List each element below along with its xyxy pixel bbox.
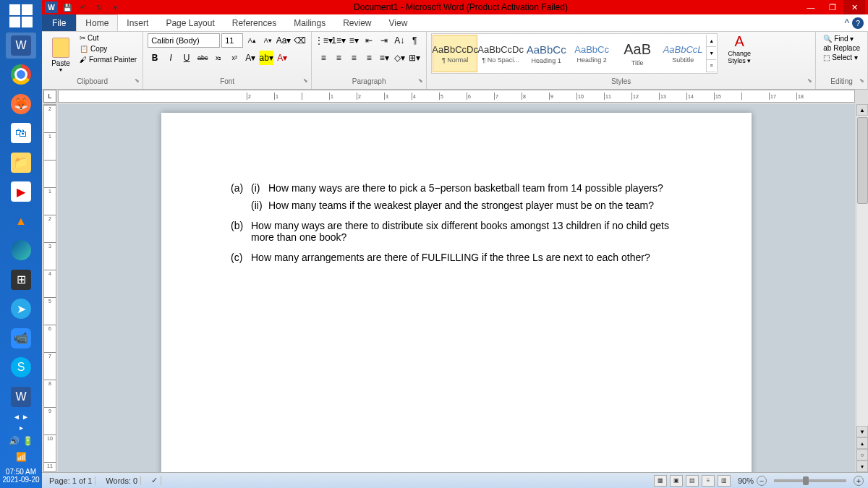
taskbar-edge[interactable] <box>6 237 36 264</box>
taskbar-skype[interactable]: S <box>6 354 36 381</box>
format-painter-button[interactable]: 🖌Format Painter <box>78 55 138 64</box>
tab-file[interactable]: File <box>42 14 76 31</box>
underline-button[interactable]: U <box>179 51 194 65</box>
taskbar-app1[interactable]: ⊞ <box>6 267 36 294</box>
text-b[interactable]: How many ways are there to distribute si… <box>251 220 682 243</box>
browse-object-button[interactable]: ○ <box>856 449 868 461</box>
tab-mailings[interactable]: Mailings <box>285 14 334 31</box>
scroll-thumb[interactable] <box>857 117 868 204</box>
tray-date[interactable]: 2021-09-20 <box>1 476 41 484</box>
view-web-layout[interactable]: ▤ <box>686 475 699 487</box>
next-page-button[interactable]: ▾ <box>856 461 868 472</box>
taskbar-video[interactable]: ▶ <box>6 179 36 205</box>
tab-references[interactable]: References <box>224 14 285 31</box>
decrease-indent-button[interactable]: ⇤ <box>362 33 376 48</box>
zoom-level[interactable]: 90% <box>738 476 754 485</box>
italic-button[interactable]: I <box>163 51 178 65</box>
minimize-button[interactable]: — <box>800 0 822 14</box>
document-scroll[interactable]: (a) (i) How many ways are there to pick … <box>58 104 855 472</box>
align-center-button[interactable]: ≡ <box>331 51 346 65</box>
taskbar-firefox[interactable]: 🦊 <box>6 91 36 118</box>
taskbar-zoom[interactable]: 📹 <box>6 325 36 352</box>
zoom-slider[interactable] <box>774 479 846 482</box>
view-print-layout[interactable]: ▦ <box>654 475 667 487</box>
copy-button[interactable]: 📋Copy <box>78 44 138 53</box>
taskbar-chrome[interactable] <box>6 61 36 88</box>
style-normal[interactable]: AaBbCcDc¶ Normal <box>433 35 477 72</box>
borders-button[interactable]: ⊞▾ <box>407 51 422 65</box>
increase-indent-button[interactable]: ⇥ <box>377 33 391 48</box>
tab-page-layout[interactable]: Page Layout <box>157 14 223 31</box>
zoom-slider-thumb[interactable] <box>803 476 809 485</box>
group-label-clipboard[interactable]: Clipboard <box>46 77 138 87</box>
subscript-button[interactable]: x₂ <box>211 51 226 65</box>
text-aii[interactable]: How many teams if the weakest player and… <box>268 200 654 211</box>
help-icon[interactable]: ? <box>852 17 864 29</box>
font-color-button[interactable]: A▾ <box>275 51 289 65</box>
view-full-screen[interactable]: ▣ <box>670 475 683 487</box>
style-title[interactable]: AaBTitle <box>615 35 660 72</box>
qat-save-icon[interactable]: 💾 <box>61 1 74 13</box>
view-draft[interactable]: ▥ <box>718 475 731 487</box>
styles-gallery-spinner[interactable]: ▲▼≡ <box>706 35 716 72</box>
style-heading2[interactable]: AaBbCcHeading 2 <box>569 35 614 72</box>
multilevel-list-button[interactable]: ≡▾ <box>346 33 361 48</box>
view-outline[interactable]: ≡ <box>702 475 715 487</box>
group-label-paragraph[interactable]: Paragraph <box>316 77 422 87</box>
status-proofing-icon[interactable]: ✓ <box>148 476 161 485</box>
taskbar-expand[interactable]: ▸ <box>0 424 42 432</box>
status-words[interactable]: Words: 0 <box>103 476 141 485</box>
tray-battery-icon[interactable]: 🔋 <box>22 436 33 446</box>
align-left-button[interactable]: ≡ <box>316 51 331 65</box>
tab-home[interactable]: Home <box>76 14 118 31</box>
style-subtitle[interactable]: AaBbCcLSubtitle <box>660 35 705 72</box>
bullets-button[interactable]: ⋮≡▾ <box>316 33 331 48</box>
taskbar-word[interactable]: W <box>6 384 36 411</box>
taskbar-word-active[interactable]: W <box>6 33 36 59</box>
text-ai[interactable]: How many ways are there to pick a 5−pers… <box>268 182 663 194</box>
tray-network-icon[interactable]: 📶 <box>16 452 27 462</box>
paste-button[interactable]: Paste ▼ <box>46 33 75 77</box>
qat-customize[interactable]: ▾ <box>109 1 122 13</box>
highlight-button[interactable]: ab▾ <box>259 51 273 65</box>
shrink-font-button[interactable]: A▾ <box>260 33 275 48</box>
change-styles-button[interactable]: A Change Styles ▾ <box>723 33 755 64</box>
start-button[interactable] <box>6 3 36 30</box>
grow-font-button[interactable]: A▴ <box>244 33 259 48</box>
superscript-button[interactable]: x² <box>227 51 242 65</box>
qat-undo-button[interactable]: ↶ <box>77 1 90 13</box>
prev-page-button[interactable]: ▴ <box>856 437 868 449</box>
scroll-down-button[interactable]: ▼ <box>856 426 868 437</box>
line-spacing-button[interactable]: ≡▾ <box>377 51 391 65</box>
taskbar-scroll[interactable]: ◄► <box>0 413 42 421</box>
replace-button[interactable]: abReplace <box>823 44 860 52</box>
style-heading1[interactable]: AaBbCcHeading 1 <box>524 35 569 72</box>
cut-button[interactable]: ✂Cut <box>78 33 138 43</box>
sort-button[interactable]: A↓ <box>392 33 407 48</box>
zoom-in-button[interactable]: + <box>854 476 864 486</box>
change-case-button[interactable]: Aa▾ <box>276 33 291 48</box>
ribbon-minimize-icon[interactable]: ^ <box>844 17 849 29</box>
scroll-up-button[interactable]: ▲ <box>856 104 868 116</box>
text-c[interactable]: How many arrangements are there of FULFI… <box>251 252 650 263</box>
select-button[interactable]: ⬚Select ▾ <box>823 53 860 61</box>
group-label-styles[interactable]: Styles <box>431 77 811 87</box>
tray-volume-icon[interactable]: 🔊 <box>9 436 20 446</box>
vertical-scrollbar[interactable]: ▲ ▼ ▴ ○ ▾ <box>856 104 868 472</box>
text-effects-button[interactable]: A▾ <box>243 51 258 65</box>
tab-review[interactable]: Review <box>334 14 380 31</box>
numbering-button[interactable]: 1≡▾ <box>331 33 346 48</box>
strikethrough-button[interactable]: abc <box>195 51 210 65</box>
tab-selector[interactable]: L <box>43 90 56 103</box>
tray-time[interactable]: 07:50 AM <box>1 468 41 476</box>
taskbar-vlc[interactable]: ▲ <box>6 208 36 235</box>
font-name-select[interactable] <box>148 33 220 48</box>
status-page[interactable]: Page: 1 of 1 <box>46 476 95 485</box>
group-label-font[interactable]: Font <box>148 77 307 87</box>
close-button[interactable]: ✕ <box>843 0 865 14</box>
taskbar-explorer[interactable]: 📁 <box>6 150 36 176</box>
taskbar-telegram[interactable]: ➤ <box>6 296 36 322</box>
maximize-button[interactable]: ❐ <box>822 0 843 14</box>
qat-redo-button[interactable]: ↻ <box>93 1 106 13</box>
tab-insert[interactable]: Insert <box>118 14 157 31</box>
